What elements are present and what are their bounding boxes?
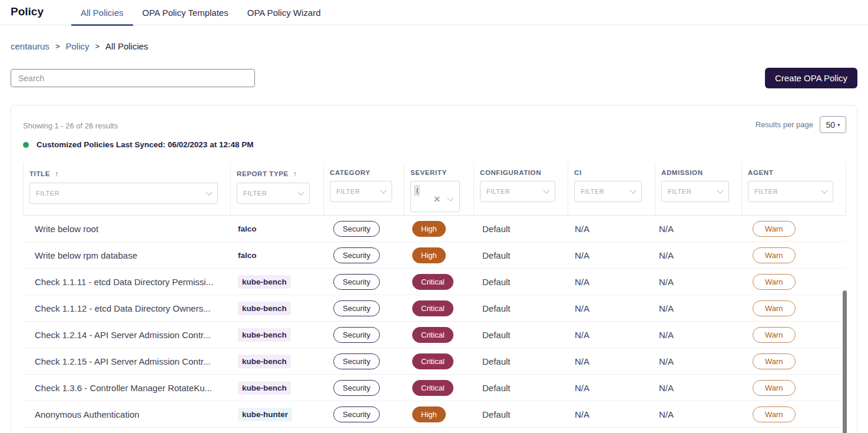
- ci-cell: N/A: [568, 224, 655, 234]
- vertical-scrollbar[interactable]: [843, 290, 847, 433]
- severity-badge: High: [412, 221, 446, 237]
- category-cell: Security: [323, 247, 404, 263]
- report-type-badge: falco: [238, 224, 257, 233]
- breadcrumb-separator-icon: >: [55, 42, 60, 51]
- severity-cell: Critical: [404, 300, 473, 316]
- agent-cell: Warn: [741, 247, 846, 263]
- report-type-cell: kube-bench: [230, 328, 323, 342]
- column-header-label[interactable]: CI: [574, 169, 649, 176]
- breadcrumb: centaurus>Policy>All Policies: [11, 41, 148, 51]
- column-header-label[interactable]: AGENT: [748, 169, 840, 176]
- admission-cell: N/A: [655, 330, 741, 340]
- column-header-label[interactable]: CATEGORY: [330, 169, 398, 176]
- page-size-value: 50: [826, 120, 835, 130]
- sort-ascending-icon[interactable]: ↑: [55, 169, 59, 178]
- tab-opa-policy-wizard[interactable]: OPA Policy Wizard: [238, 0, 330, 25]
- severity-badge: Critical: [412, 380, 453, 396]
- filter-configuration[interactable]: FILTER: [480, 181, 555, 202]
- filter-title[interactable]: FILTER: [29, 183, 218, 204]
- agent-action-badge: Warn: [753, 380, 796, 396]
- admission-cell: N/A: [655, 383, 741, 393]
- category-cell: Security: [323, 221, 404, 237]
- tab-bar: All Policies OPA Policy Templates OPA Po…: [71, 0, 330, 25]
- report-type-badge: falco: [238, 251, 257, 260]
- results-per-page: Results per page 50 ▾: [756, 116, 846, 133]
- ci-cell: N/A: [568, 330, 655, 340]
- admission-cell: N/A: [655, 409, 741, 419]
- table-row[interactable]: Check 1.1.12 - etcd Data Directory Owner…: [23, 295, 846, 322]
- filter-ci[interactable]: FILTER: [574, 181, 642, 202]
- ci-cell: N/A: [568, 409, 655, 419]
- breadcrumb-item-policy[interactable]: Policy: [65, 41, 89, 51]
- admission-cell: N/A: [655, 356, 741, 366]
- column-header-label[interactable]: TITLE ↑: [29, 169, 224, 178]
- tab-label: All Policies: [81, 8, 124, 18]
- table-row[interactable]: Check 1.3.6 - Controller Manager RotateK…: [23, 375, 846, 401]
- report-type-badge: kube-bench: [238, 275, 291, 289]
- configuration-cell: Default: [473, 383, 568, 393]
- severity-badge: Critical: [412, 300, 453, 316]
- column-header-label[interactable]: REPORT TYPE ↑: [237, 169, 317, 178]
- admission-cell: N/A: [655, 303, 741, 313]
- category-badge: Security: [333, 353, 380, 369]
- category-cell: Security: [323, 327, 404, 343]
- policy-title: Write below root: [23, 224, 230, 234]
- report-type-badge: kube-hunter: [238, 408, 292, 421]
- chevron-down-icon: [821, 187, 827, 193]
- table-row[interactable]: Write below root falco Security High Def…: [23, 216, 846, 242]
- report-type-cell: kube-bench: [230, 275, 323, 289]
- table-row[interactable]: Anonymous Authentication kube-hunter Sec…: [23, 401, 846, 428]
- agent-action-badge: Warn: [753, 221, 796, 237]
- results-per-page-label: Results per page: [756, 120, 813, 129]
- column-header-label[interactable]: CONFIGURATION: [480, 169, 562, 176]
- severity-badge: Critical: [412, 274, 453, 290]
- ci-cell: N/A: [568, 250, 655, 260]
- filter-report_type[interactable]: FILTER: [237, 183, 310, 204]
- filter-severity[interactable]: ( ✕: [410, 181, 460, 212]
- agent-action-badge: Warn: [753, 300, 796, 316]
- filter-agent[interactable]: FILTER: [748, 181, 833, 202]
- column-header-label[interactable]: SEVERITY: [410, 169, 468, 176]
- column-header-label[interactable]: ADMISSION: [661, 169, 736, 176]
- tab-all-policies[interactable]: All Policies: [71, 0, 133, 25]
- clear-filter-icon[interactable]: ✕: [433, 195, 440, 203]
- category-cell: Security: [323, 274, 404, 290]
- sort-ascending-icon[interactable]: ↑: [293, 169, 297, 178]
- filter-category[interactable]: FILTER: [330, 181, 392, 202]
- tab-opa-policy-templates[interactable]: OPA Policy Templates: [133, 0, 238, 25]
- agent-cell: Warn: [741, 274, 846, 290]
- report-type-cell: kube-hunter: [230, 408, 323, 421]
- column-header-configuration: CONFIGURATION FILTER: [473, 163, 568, 215]
- ci-cell: N/A: [568, 356, 655, 366]
- table-row[interactable]: Check 1.2.15 - API Server Admission Cont…: [23, 348, 846, 375]
- chevron-down-icon: [543, 187, 549, 193]
- create-opa-policy-button[interactable]: Create OPA Policy: [765, 68, 857, 88]
- column-header-category: CATEGORY FILTER: [323, 163, 404, 215]
- report-type-cell: kube-bench: [230, 381, 323, 395]
- agent-cell: Warn: [741, 353, 846, 369]
- table-row[interactable]: Check 1.2.14 - API Server Admission Cont…: [23, 322, 846, 348]
- configuration-cell: Default: [473, 303, 568, 313]
- policy-title: Check 1.1.11 - etcd Data Directory Permi…: [23, 277, 230, 287]
- results-count: Showing 1 - 26 of 26 results: [23, 121, 118, 130]
- chevron-down-icon: [380, 187, 386, 193]
- page-title: Policy: [11, 5, 44, 18]
- caret-down-icon: ▾: [837, 122, 840, 128]
- category-badge: Security: [333, 406, 380, 422]
- admission-cell: N/A: [655, 250, 741, 260]
- agent-cell: Warn: [741, 406, 846, 422]
- policy-title: Check 1.2.14 - API Server Admission Cont…: [23, 330, 230, 340]
- table-row[interactable]: Check 1.1.11 - etcd Data Directory Permi…: [23, 269, 846, 295]
- severity-badge: Critical: [412, 353, 453, 369]
- page-size-select[interactable]: 50 ▾: [820, 116, 846, 133]
- breadcrumb-separator-icon: >: [95, 42, 100, 51]
- filter-admission[interactable]: FILTER: [661, 181, 729, 202]
- agent-cell: Warn: [741, 300, 846, 316]
- agent-action-badge: Warn: [753, 247, 796, 263]
- agent-action-badge: Warn: [753, 406, 796, 422]
- filter-placeholder: FILTER: [754, 188, 778, 195]
- severity-cell: High: [404, 406, 473, 422]
- table-row[interactable]: Write below rpm database falco Security …: [23, 242, 846, 269]
- search-input[interactable]: [11, 69, 255, 87]
- breadcrumb-item-centaurus[interactable]: centaurus: [11, 41, 49, 51]
